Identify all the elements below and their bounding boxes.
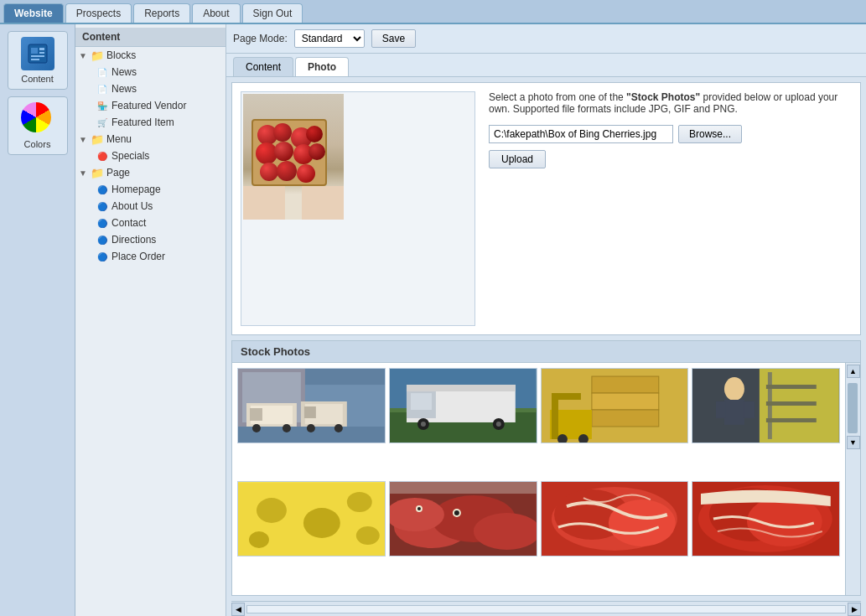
svg-rect-5 — [31, 59, 39, 60]
svg-rect-4 — [31, 55, 44, 57]
tree-node-place-order[interactable]: 🔵 Place Order — [75, 248, 226, 265]
svg-point-19 — [334, 424, 343, 432]
tree-node-page[interactable]: ▼ 📁 Page — [75, 164, 226, 181]
svg-point-14 — [283, 424, 291, 432]
expander-blocks: ▼ — [79, 51, 91, 60]
svg-rect-17 — [304, 406, 316, 418]
tree-label-news1: News — [111, 66, 137, 78]
stock-photo-fish[interactable] — [389, 481, 537, 556]
file-path-input[interactable] — [489, 125, 673, 143]
folder-icon-blocks: 📁 — [91, 49, 104, 62]
svg-rect-48 — [766, 385, 817, 389]
page-mode-label: Page Mode: — [233, 33, 288, 44]
svg-rect-12 — [250, 408, 262, 421]
svg-point-65 — [454, 510, 459, 515]
svg-rect-68 — [390, 481, 537, 494]
upload-button[interactable]: Upload — [489, 150, 546, 168]
tab-prospects[interactable]: Prospects — [65, 3, 132, 23]
about-us-icon: 🔵 — [96, 199, 109, 213]
sub-tabs: Content Photo — [226, 54, 866, 77]
svg-rect-26 — [407, 385, 516, 391]
stock-photo-meat1[interactable] — [541, 481, 689, 556]
stock-grid — [232, 363, 845, 595]
file-input-row: Browse... — [489, 125, 852, 143]
contact-icon: 🔵 — [96, 216, 109, 230]
svg-point-53 — [257, 498, 287, 523]
svg-rect-49 — [766, 401, 817, 406]
tab-about[interactable]: About — [192, 3, 240, 23]
svg-rect-1 — [31, 48, 38, 54]
tree-label-contact: Contact — [111, 217, 146, 229]
cherry-preview-image — [243, 94, 344, 220]
tree-node-featured-item[interactable]: 🛒 Featured Item — [75, 114, 226, 131]
tree-label-news2: News — [111, 83, 137, 95]
page-icon-news1: 📄 — [96, 65, 109, 79]
tab-reports[interactable]: Reports — [133, 3, 190, 23]
svg-point-72 — [608, 500, 675, 546]
sidebar: Content Colors — [0, 24, 75, 616]
scroll-down-button[interactable]: ▼ — [847, 436, 860, 449]
colors-button[interactable]: Colors — [8, 96, 68, 155]
tree-node-about-us[interactable]: 🔵 About Us — [75, 198, 226, 215]
stock-scrollbar: ▲ ▼ — [845, 363, 860, 595]
content-button[interactable]: Content — [8, 31, 68, 90]
tree-label-featured-item: Featured Item — [111, 116, 174, 128]
stock-photo-meat2[interactable] — [692, 481, 840, 556]
tree-label-directions: Directions — [111, 234, 156, 246]
stock-photo-forklift[interactable] — [541, 368, 689, 443]
tree-node-news2[interactable]: 📄 News — [75, 80, 226, 97]
svg-rect-36 — [551, 393, 557, 439]
specials-icon: 🔴 — [96, 149, 109, 163]
tree-label-page: Page — [106, 167, 130, 179]
colors-icon — [21, 102, 54, 136]
tree-node-homepage[interactable]: 🔵 Homepage — [75, 181, 226, 198]
content-icon — [21, 37, 54, 70]
tree-node-menu[interactable]: ▼ 📁 Menu — [75, 131, 226, 148]
page-mode-select[interactable]: Standard Advanced Simple — [294, 29, 365, 48]
tree-panel: Content ▼ 📁 Blocks 📄 News 📄 News 🏪 Featu… — [75, 24, 226, 616]
scroll-track[interactable] — [246, 605, 846, 613]
toolbar: Page Mode: Standard Advanced Simple Save — [226, 24, 866, 54]
tree-node-news1[interactable]: 📄 News — [75, 64, 226, 80]
tree-node-specials[interactable]: 🔴 Specials — [75, 148, 226, 164]
tab-content[interactable]: Content — [233, 57, 293, 76]
tab-photo[interactable]: Photo — [295, 57, 349, 76]
save-button[interactable]: Save — [371, 29, 416, 48]
tab-website[interactable]: Website — [3, 3, 64, 23]
featured-vendor-icon: 🏪 — [96, 99, 109, 112]
tree-node-featured-vendor[interactable]: 🏪 Featured Vendor — [75, 97, 226, 114]
stock-photos-section: Stock Photos — [231, 340, 861, 596]
stock-photo-trucks[interactable] — [237, 368, 386, 443]
folder-icon-page: 📁 — [91, 166, 104, 179]
tree-label-menu: Menu — [106, 133, 132, 145]
svg-point-57 — [356, 525, 380, 544]
svg-rect-37 — [551, 393, 580, 400]
stock-photos-header: Stock Photos — [232, 341, 860, 363]
svg-rect-33 — [591, 393, 658, 410]
tree-node-contact[interactable]: 🔵 Contact — [75, 215, 226, 231]
svg-rect-44 — [724, 400, 744, 425]
tree-node-blocks[interactable]: ▼ 📁 Blocks — [75, 47, 226, 64]
browse-button[interactable]: Browse... — [678, 125, 742, 143]
main-layout: Content Colors Content ▼ 📁 Blocks 📄 News… — [0, 24, 866, 616]
scroll-thumb[interactable] — [848, 383, 858, 433]
svg-rect-25 — [411, 393, 432, 410]
scroll-left-button[interactable]: ◀ — [231, 603, 245, 616]
page-icon-news2: 📄 — [96, 82, 109, 96]
scroll-up-button[interactable]: ▲ — [847, 365, 860, 378]
svg-point-30 — [496, 422, 501, 427]
stock-photo-truck2[interactable] — [389, 368, 537, 443]
directions-icon: 🔵 — [96, 233, 109, 246]
stock-photo-cheese[interactable] — [237, 481, 386, 556]
stock-photo-worker[interactable] — [692, 368, 840, 443]
photo-tab-content: Select a photo from one of the "Stock Ph… — [231, 82, 861, 335]
tree-label-homepage: Homepage — [111, 184, 161, 195]
tab-signout[interactable]: Sign Out — [242, 3, 303, 23]
photo-preview — [241, 91, 475, 326]
svg-point-43 — [724, 377, 744, 401]
tree-node-directions[interactable]: 🔵 Directions — [75, 231, 226, 248]
scroll-right-button[interactable]: ▶ — [848, 603, 861, 616]
tree-label-place-order: Place Order — [111, 251, 165, 262]
content-area: Page Mode: Standard Advanced Simple Save… — [226, 24, 866, 616]
expander-menu: ▼ — [79, 135, 91, 144]
